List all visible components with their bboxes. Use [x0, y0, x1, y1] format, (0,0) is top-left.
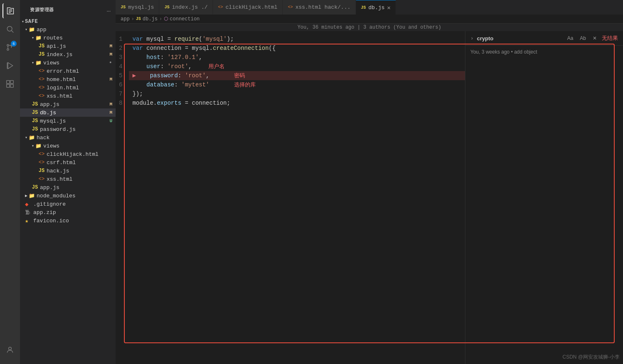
search-direction-icon: › [470, 35, 474, 42]
breadcrumb-app[interactable]: app [121, 16, 130, 22]
tab-db-js[interactable]: JS db.js ✕ [356, 0, 396, 15]
account-icon[interactable] [2, 342, 17, 357]
js-tab-icon: JS [361, 5, 366, 10]
svg-rect-7 [7, 81, 10, 84]
tree-item-routes[interactable]: ▾ 📁 routes [20, 34, 116, 42]
html-file-icon: <> [38, 93, 45, 99]
tab-clickhijack-html[interactable]: <> clickHijack.html [213, 0, 283, 15]
js-file-icon: JS [32, 101, 38, 108]
main-content: JS mysql.js JS index.js ./ <> clickHijac… [116, 0, 623, 364]
tree-item-views[interactable]: ▾ 📁 views • [20, 59, 116, 67]
folder-icon: 📁 [35, 143, 42, 149]
tree-item-label: hack.js [47, 168, 116, 174]
activity-bar: 6 [0, 0, 20, 364]
chevron-down-icon: ▾ [32, 60, 34, 65]
js-file-icon: JS [38, 51, 45, 58]
tree-item-gitignore[interactable]: ◆ .gitignore [20, 200, 116, 209]
tree-item-app-js[interactable]: JS app.js M [20, 100, 116, 108]
watermark: CSDN @网安攻城狮-小李 [562, 354, 620, 361]
js-breadcrumb-icon: JS [136, 17, 141, 21]
tree-item-label: home.html [47, 76, 109, 83]
tree-item-login-html[interactable]: <> login.html [20, 84, 116, 92]
sidebar-title: 资源管理器 [25, 3, 59, 16]
html-tab-icon: <> [218, 5, 223, 10]
tree-item-home-html[interactable]: <> home.html M [20, 75, 116, 84]
source-control-icon[interactable]: 6 [2, 40, 17, 55]
html-file-icon: <> [38, 84, 45, 91]
match-word-button[interactable]: Ab [578, 34, 588, 42]
files-icon[interactable] [2, 3, 17, 18]
code-content[interactable]: 1 2 3 4 5 6 7 8 var mysql = require('mys… [116, 31, 465, 364]
favicon-icon: ★ [25, 217, 32, 224]
tree-item-label: node_modules [37, 193, 116, 199]
tree-item-error-html[interactable]: <> error.html [20, 67, 116, 75]
svg-point-2 [7, 44, 9, 46]
tree-item-label: password.js [40, 126, 116, 133]
tree-item-label: login.html [47, 85, 116, 91]
match-case-button[interactable]: Aa [566, 34, 575, 42]
tree-item-label: views [43, 60, 109, 66]
tab-xss-html[interactable]: <> xss.html hack/... [283, 0, 356, 15]
tree-root-safe[interactable]: ▾ SAFE [20, 18, 116, 25]
tab-mysql-js[interactable]: JS mysql.js [116, 0, 159, 15]
tree-item-app[interactable]: ▾ 📁 app [20, 25, 116, 34]
tree-item-clickhijack-html[interactable]: <> clickHijack.html [20, 150, 116, 158]
html-file-icon: <> [38, 76, 45, 83]
tab-bar: JS mysql.js JS index.js ./ <> clickHijac… [116, 0, 623, 15]
tree-item-password-js[interactable]: JS password.js [20, 125, 116, 133]
badge-modified: M [109, 44, 112, 49]
tree-item-xss-html-hack[interactable]: <> xss.html [20, 175, 116, 183]
tab-label: db.js [368, 5, 385, 11]
line-numbers: 1 2 3 4 5 6 7 8 [116, 31, 129, 364]
svg-marker-5 [8, 63, 13, 69]
js-file-icon: JS [38, 167, 45, 174]
tree-item-app-js-hack[interactable]: JS app.js [20, 183, 116, 192]
no-result-label: 无结果 [602, 34, 618, 42]
blame-bar: You, 36 minutes ago | 3 authors (You and… [116, 24, 623, 31]
regex-button[interactable]: ✕ [591, 34, 598, 42]
svg-point-4 [7, 49, 9, 50]
breadcrumb-db-js[interactable]: db.js [143, 16, 158, 22]
tree-item-node-modules[interactable]: ▶ 📁 node_modules [20, 192, 116, 200]
tree-item-label: api.js [47, 43, 109, 49]
close-tab-icon[interactable]: ✕ [387, 4, 391, 11]
breadcrumb-connection[interactable]: connection [170, 16, 200, 22]
code-lines[interactable]: var mysql = require('mysql'); var connec… [129, 31, 465, 364]
tree-item-app-zip[interactable]: 🗜 app.zip [20, 209, 116, 216]
sidebar: 资源管理器 … ▾ SAFE ▾ 📁 app ▾ 📁 routes JS api… [20, 0, 116, 364]
tab-index-js[interactable]: JS index.js ./ [159, 0, 213, 15]
code-editor[interactable]: 1 2 3 4 5 6 7 8 var mysql = require('mys… [116, 31, 465, 364]
run-icon[interactable] [2, 58, 17, 73]
tree-item-label: app.js [40, 184, 116, 191]
tree-item-index-js[interactable]: JS index.js M [20, 50, 116, 59]
code-line-2: var connection = mysql.createConnection(… [129, 44, 465, 53]
badge-modified: M [109, 77, 112, 82]
search-term: crypto [477, 35, 494, 42]
tree-item-csrf-html[interactable]: <> csrf.html [20, 158, 116, 167]
svg-line-1 [12, 31, 14, 33]
blame-text: You, 36 minutes ago | 3 authors (You and… [297, 25, 441, 30]
html-tab-icon: <> [288, 5, 293, 10]
tree-item-favicon[interactable]: ★ favicon.ico [20, 216, 116, 225]
tree-item-label: .gitignore [33, 201, 116, 207]
tree-item-label: mysql.js [40, 118, 109, 124]
tree-item-mysql-js[interactable]: JS mysql.js U [20, 117, 116, 125]
right-panel: › crypto Aa Ab ✕ 无结果 You, 3 weeks ago • … [465, 31, 623, 364]
tree-item-xss-html-app[interactable]: <> xss.html [20, 92, 116, 100]
tree-item-hack-js[interactable]: JS hack.js [20, 167, 116, 175]
chevron-down-icon: ▾ [32, 35, 34, 40]
tree-item-hack-views[interactable]: ▾ 📁 views [20, 142, 116, 150]
tree-item-label: xss.html [47, 176, 116, 182]
search-icon[interactable] [2, 22, 17, 37]
tree-item-label: app [37, 27, 116, 33]
tree-item-api-js[interactable]: JS api.js M [20, 42, 116, 50]
tree-item-db-js[interactable]: JS db.js M [20, 108, 116, 117]
svg-point-11 [9, 347, 12, 350]
tree-item-hack[interactable]: ▾ 📁 hack [20, 133, 116, 142]
tree-item-label: error.html [47, 68, 116, 74]
extensions-icon[interactable] [2, 76, 17, 91]
sidebar-more-icon[interactable]: … [106, 6, 111, 14]
zip-icon: 🗜 [25, 209, 32, 216]
folder-icon: 📁 [28, 26, 35, 33]
folder-icon: 📁 [35, 59, 42, 66]
